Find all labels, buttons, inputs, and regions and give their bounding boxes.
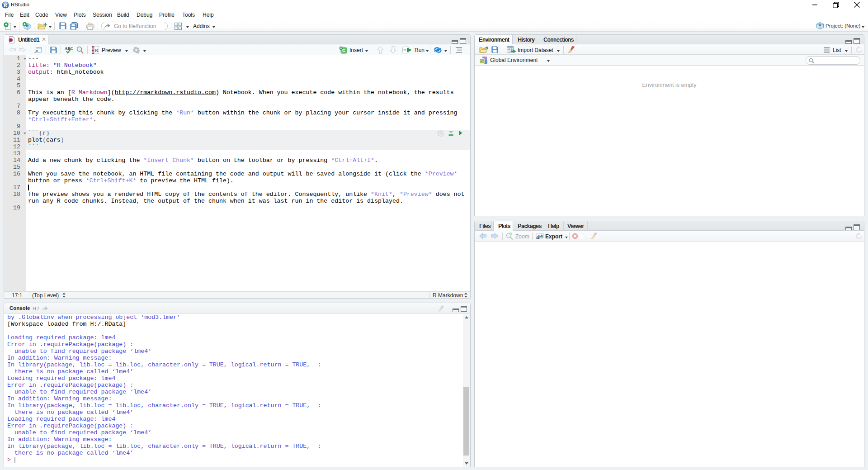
svg-text:R: R (95, 48, 99, 53)
svg-text:ABC: ABC (65, 46, 73, 51)
svg-text:R: R (4, 2, 8, 8)
svg-text:R: R (819, 23, 821, 27)
